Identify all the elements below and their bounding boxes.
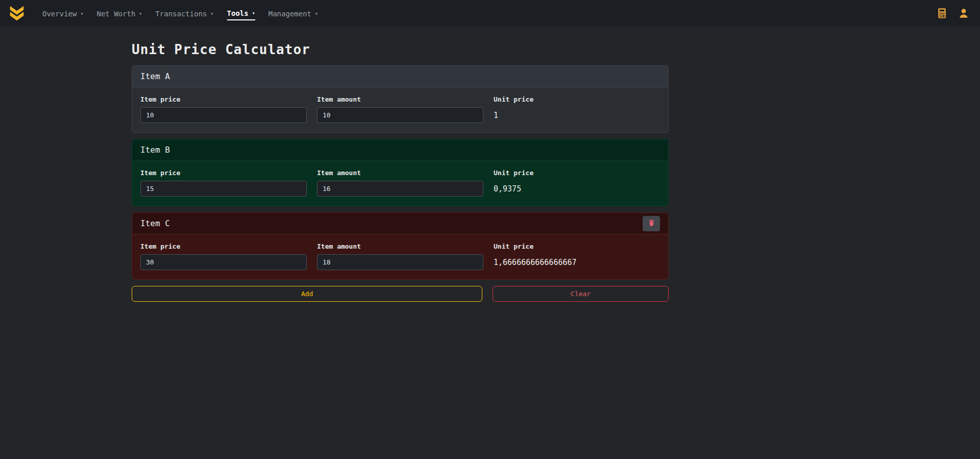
item-b-unit-field: Unit price 0,9375: [494, 169, 660, 197]
item-a-price-input[interactable]: [140, 107, 307, 123]
price-label: Item price: [140, 169, 307, 177]
item-b-card-header: Item B: [132, 139, 668, 161]
item-b-amount-input[interactable]: [317, 181, 483, 197]
item-b-price-input[interactable]: [140, 181, 307, 197]
nav-item-label: Tools: [227, 9, 249, 17]
nav-item-tools[interactable]: Tools ▾: [220, 0, 262, 27]
item-c-card-body: Item price Item amount Unit price 1,6666…: [132, 234, 668, 279]
item-b-amount-field: Item amount: [317, 169, 483, 197]
nav-item-label: Net Worth: [96, 10, 135, 18]
nav-item-label: Management: [268, 10, 311, 18]
chevron-down-icon: ▾: [139, 11, 142, 16]
item-a-price-field: Item price: [140, 95, 307, 123]
calculator-icon[interactable]: [938, 8, 946, 18]
unit-label: Unit price: [494, 169, 660, 177]
chevron-down-icon: ▾: [315, 11, 318, 16]
item-c-title: Item C: [140, 219, 170, 228]
main-content: Unit Price Calculator Item A Item price …: [132, 27, 669, 302]
chevron-down-icon: ▾: [80, 11, 83, 16]
item-c-price-field: Item price: [140, 243, 307, 270]
nav-item-label: Overview: [42, 10, 77, 18]
item-b-price-field: Item price: [140, 169, 307, 197]
amount-label: Item amount: [317, 243, 483, 250]
trash-icon: [648, 219, 655, 228]
amount-label: Item amount: [317, 95, 483, 103]
actions-row: Add Clear: [132, 286, 669, 302]
item-c-price-input[interactable]: [140, 254, 307, 270]
price-label: Item price: [140, 95, 307, 103]
item-a-amount-field: Item amount: [317, 95, 483, 123]
nav-item-net-worth[interactable]: Net Worth ▾: [90, 0, 149, 27]
unit-label: Unit price: [494, 243, 660, 250]
price-label: Item price: [140, 243, 307, 250]
item-a-card-header: Item A: [132, 66, 668, 87]
amount-label: Item amount: [317, 169, 483, 177]
item-a-card: Item A Item price Item amount Unit price…: [132, 65, 669, 133]
nav-item-management[interactable]: Management ▾: [262, 0, 325, 27]
item-c-amount-input[interactable]: [317, 254, 483, 270]
item-b-card: Item B Item price Item amount Unit price…: [132, 139, 669, 206]
layers-logo-icon: [7, 3, 27, 24]
item-c-card: Item C Item price Item amount Unit price: [132, 212, 669, 280]
top-navbar: Overview ▾ Net Worth ▾ Transactions ▾ To…: [0, 0, 980, 27]
user-icon[interactable]: [959, 8, 969, 18]
item-c-unit-field: Unit price 1,6666666666666667: [494, 243, 660, 270]
nav-item-label: Transactions: [155, 10, 207, 18]
brand-logo[interactable]: [7, 3, 27, 24]
item-a-card-body: Item price Item amount Unit price 1: [132, 87, 668, 132]
item-a-amount-input[interactable]: [317, 107, 483, 123]
item-a-unit-field: Unit price 1: [494, 95, 660, 123]
clear-button[interactable]: Clear: [493, 286, 669, 302]
item-b-card-body: Item price Item amount Unit price 0,9375: [132, 161, 668, 206]
item-c-amount-field: Item amount: [317, 243, 483, 270]
item-a-unit-value: 1: [494, 107, 660, 123]
chevron-down-icon: ▾: [252, 11, 255, 16]
navbar-right-icons: [938, 8, 973, 18]
item-b-title: Item B: [140, 145, 170, 155]
item-b-unit-value: 0,9375: [494, 181, 660, 197]
main-nav: Overview ▾ Net Worth ▾ Transactions ▾ To…: [36, 0, 325, 27]
add-button[interactable]: Add: [132, 286, 482, 302]
item-c-card-header: Item C: [132, 213, 668, 234]
nav-item-transactions[interactable]: Transactions ▾: [149, 0, 220, 27]
item-c-delete-button[interactable]: [643, 216, 660, 231]
item-a-title: Item A: [140, 71, 170, 81]
chevron-down-icon: ▾: [211, 11, 214, 16]
nav-item-overview[interactable]: Overview ▾: [36, 0, 90, 27]
unit-label: Unit price: [494, 95, 660, 103]
page-title: Unit Price Calculator: [132, 42, 669, 57]
item-c-unit-value: 1,6666666666666667: [494, 254, 660, 270]
